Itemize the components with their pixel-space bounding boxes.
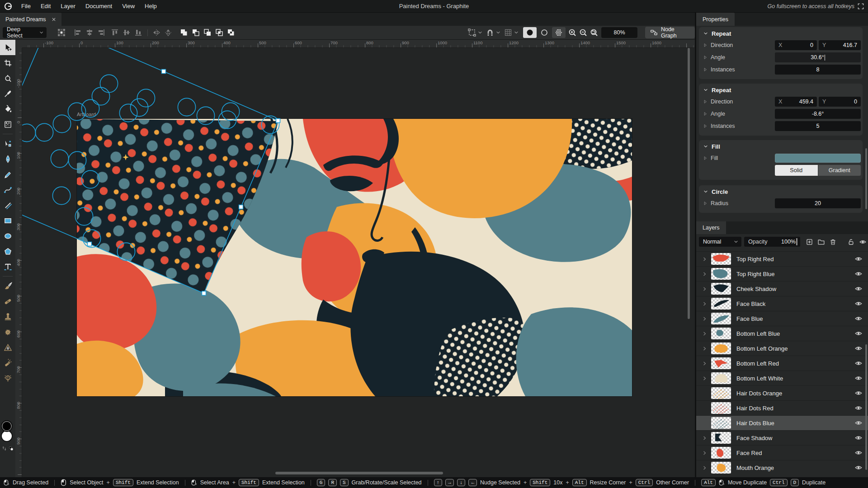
horizontal-ruler[interactable]: -100010020030040050060070080090010001100… [22,40,695,48]
section-header[interactable]: Circle [699,185,863,198]
layer-visibility-icon[interactable] [854,300,863,308]
layer-row-top-right-blue[interactable]: Top Right Blue [696,266,868,281]
radius-input[interactable]: 20 [775,198,861,208]
layer-expand-icon[interactable] [702,286,708,292]
layer-expand-icon[interactable] [702,316,708,322]
layer-row-bottom-left-white[interactable]: Bottom Left White [696,371,868,385]
brush-tool[interactable] [0,278,15,294]
pen-tool[interactable] [0,151,15,167]
swap-colors-icon[interactable] [2,446,7,451]
detail-tool[interactable] [0,340,15,355]
layer-row-hair-dots-red[interactable]: Hair Dots Red [696,400,868,415]
direction-y-input[interactable]: Y 416.7 [819,40,861,50]
align-left-button[interactable] [72,27,83,38]
new-folder-icon[interactable] [817,238,825,246]
section-header[interactable]: Fill [699,140,863,153]
section-header[interactable]: Repeat [699,27,863,40]
fill-swatch[interactable] [775,154,861,163]
layer-visibility-icon[interactable] [854,314,863,323]
fullscreen-icon[interactable] [857,3,864,10]
align-h-center-button[interactable] [84,27,95,38]
viewport[interactable]: Artboard [22,48,695,477]
align-v-center-button[interactable] [121,27,132,38]
lock-layer-icon[interactable] [847,238,855,246]
polygon-tool[interactable] [0,244,15,259]
navigate-tool[interactable] [0,70,15,86]
snapping-button[interactable] [485,27,495,38]
layer-row-bottom-left-red[interactable]: Bottom Left Red [696,356,868,371]
menu-view[interactable]: View [117,0,140,12]
gradient-tool[interactable] [0,117,15,132]
layer-row-hair-dots-orange[interactable]: Hair Dots Orange [696,385,868,400]
layer-expand-icon[interactable] [702,331,708,337]
layer-row-face-black[interactable]: Face Black [696,296,868,311]
patch-tool[interactable] [0,324,15,340]
layers-scrollbar[interactable] [865,344,867,470]
view-mode-pixels-button[interactable] [552,27,566,38]
node-graph-button[interactable]: Node Graph [645,27,695,38]
view-mode-solid-button[interactable] [523,27,537,38]
layer-row-hair-dots-blue[interactable]: Hair Dots Blue [696,415,868,430]
layer-expand-icon[interactable] [702,465,708,471]
layer-expand-icon[interactable] [702,375,708,381]
opacity-handle[interactable] [796,238,797,245]
expand-arrow-icon[interactable] [703,155,708,161]
layer-visibility-icon[interactable] [854,359,863,367]
layer-row-face-shadow[interactable]: Face Shadow [696,430,868,445]
layer-expand-icon[interactable] [702,271,708,277]
boolean-union-button[interactable] [178,27,190,38]
opacity-slider[interactable]: Opacity 100% [744,237,800,247]
toggle-visibility-icon[interactable] [859,238,867,246]
deep-select-dropdown[interactable]: Deep Select [3,27,47,38]
grid-button[interactable] [503,27,514,38]
boolean-difference-button[interactable] [225,27,237,38]
layer-visibility-icon[interactable] [854,344,863,352]
instances-input[interactable]: 5 [775,121,861,131]
expand-arrow-icon[interactable] [703,55,708,60]
layer-expand-icon[interactable] [702,361,708,366]
layer-visibility-icon[interactable] [854,270,863,278]
layer-expand-icon[interactable] [702,256,708,262]
menu-document[interactable]: Document [80,0,117,12]
layer-expand-icon[interactable] [702,450,708,456]
align-top-button[interactable] [109,27,120,38]
direction-y-input[interactable]: Y 0 [819,97,861,107]
menu-help[interactable]: Help [140,0,162,12]
text-tool[interactable] [0,259,15,274]
layer-visibility-icon[interactable] [854,389,863,397]
align-right-button[interactable] [96,27,107,38]
layer-expand-icon[interactable] [702,346,708,352]
rectangle-tool[interactable] [0,213,15,228]
expand-arrow-icon[interactable] [703,111,708,117]
tab-close-icon[interactable] [51,16,57,23]
expand-arrow-icon[interactable] [703,123,708,129]
line-tool[interactable] [0,197,15,213]
expand-arrow-icon[interactable] [703,67,708,72]
direction-x-input[interactable]: X 0 [775,40,817,50]
canvas-vertical-scrollbar[interactable] [688,48,690,319]
relight-tool[interactable] [0,355,15,371]
selection-bounds-dropdown[interactable] [477,27,483,38]
layer-row-bottom-left-blue[interactable]: Bottom Left Blue [696,326,868,341]
angle-input[interactable]: -8.6° [775,109,861,119]
vertical-ruler[interactable]: -1000100200300400500600700800900 [15,48,22,477]
layer-expand-icon[interactable] [702,301,708,307]
pivot-grid-button[interactable] [56,27,67,38]
expand-arrow-icon[interactable] [703,201,708,206]
zoom-reset-button[interactable] [589,27,599,38]
layer-row-mouth-orange[interactable]: Mouth Orange [696,460,868,475]
freehand-tool[interactable] [0,167,15,182]
solid-button[interactable]: Solid [775,165,818,176]
instances-input[interactable]: 8 [775,65,861,75]
boolean-subtract-back-button[interactable] [202,27,213,38]
imaginate-tool[interactable] [0,371,15,386]
layer-row-face-blue[interactable]: Face Blue [696,311,868,326]
delete-layer-icon[interactable] [829,238,837,246]
layer-visibility-icon[interactable] [854,449,863,457]
layer-visibility-icon[interactable] [854,374,863,382]
clone-tool[interactable] [0,309,15,324]
ellipse-tool[interactable] [0,228,15,244]
direction-x-input[interactable]: X 459.4 [775,97,817,107]
blend-mode-dropdown[interactable]: Normal [699,237,741,247]
section-header[interactable]: Repeat [699,84,863,96]
